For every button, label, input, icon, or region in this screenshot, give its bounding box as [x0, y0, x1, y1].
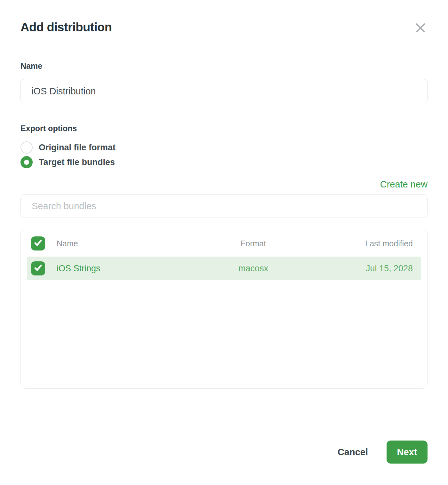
export-options-group: Original file format Target file bundles [20, 140, 428, 170]
create-new-row: Create new [20, 179, 428, 190]
radio-unselected-icon[interactable] [20, 141, 33, 154]
name-input[interactable] [20, 79, 428, 103]
close-button[interactable] [413, 21, 428, 35]
cancel-button[interactable]: Cancel [338, 447, 368, 457]
bundle-last-modified: Jul 15, 2028 [307, 264, 413, 274]
table-header-row: Name Format Last modified [27, 233, 421, 254]
row-checkbox-cell [27, 261, 57, 275]
column-header-name: Name [57, 239, 200, 248]
radio-selected-icon[interactable] [20, 156, 33, 168]
table-row[interactable]: iOS Strings macosx Jul 15, 2028 [27, 257, 421, 280]
dialog-footer: Cancel Next [338, 441, 428, 464]
next-button[interactable]: Next [387, 441, 428, 464]
checkmark-icon [33, 263, 43, 274]
radio-original-file-format[interactable]: Original file format [20, 140, 428, 155]
column-header-format: Format [200, 239, 307, 248]
select-all-checkbox[interactable] [31, 236, 45, 250]
dialog-header: Add distribution [20, 0, 428, 35]
page-title: Add distribution [20, 20, 112, 34]
column-header-last-modified: Last modified [307, 239, 413, 248]
header-checkbox-cell [27, 236, 57, 250]
search-input[interactable] [20, 194, 428, 218]
radio-label: Target file bundles [39, 157, 115, 167]
bundles-table: Name Format Last modified iOS Strings ma… [20, 229, 428, 389]
close-icon [414, 22, 427, 35]
row-checkbox[interactable] [31, 261, 45, 275]
export-options-label: Export options [20, 124, 428, 133]
bundle-name: iOS Strings [57, 264, 200, 274]
radio-label: Original file format [39, 143, 116, 153]
name-label: Name [20, 61, 428, 71]
checkmark-icon [33, 238, 43, 249]
add-distribution-dialog: Add distribution Name Export options Ori… [0, 0, 448, 485]
bundle-format: macosx [200, 264, 307, 274]
create-new-link[interactable]: Create new [380, 179, 428, 189]
radio-target-file-bundles[interactable]: Target file bundles [20, 155, 428, 170]
